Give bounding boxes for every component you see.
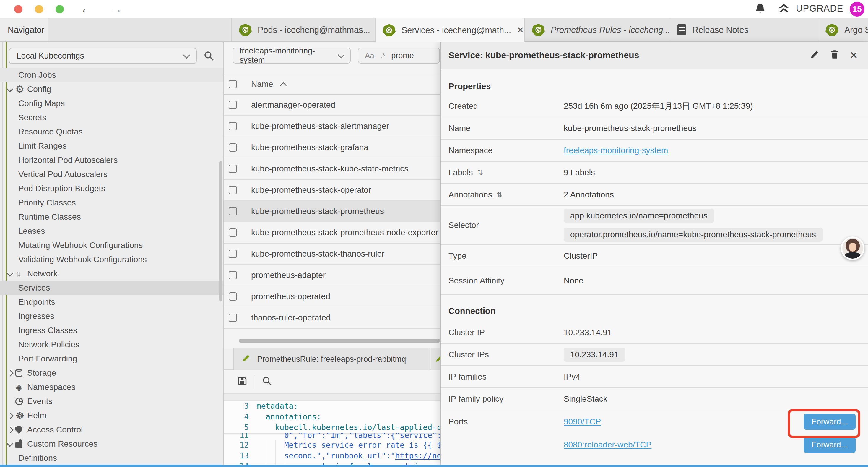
search-icon[interactable] (262, 376, 272, 387)
sidebar-item[interactable]: Ingresses (0, 309, 223, 323)
sort-asc-icon[interactable] (280, 82, 286, 89)
match-case-toggle[interactable]: Aa (365, 51, 374, 60)
app-tab[interactable]: Pods - icecheng@mathmas... ✕ (231, 18, 375, 41)
app-tab[interactable]: Services - icecheng@math... ✕ (375, 18, 525, 42)
app-tab[interactable]: Prometheus Rules - icecheng... ✕ (525, 18, 670, 41)
table-row[interactable]: alertmanager-operated (224, 95, 440, 116)
sidebar-item[interactable]: Leases (0, 224, 223, 238)
row-checkbox[interactable] (229, 207, 237, 215)
sidebar-item[interactable]: Mutating Webhook Configurations (0, 238, 223, 253)
row-checkbox[interactable] (229, 101, 237, 109)
sidebar-item[interactable]: Horizontal Pod Autoscalers (0, 153, 223, 167)
tree-chevron-icon[interactable] (8, 413, 16, 418)
table-row[interactable]: kube-prometheus-stack-alertmanager (224, 116, 440, 137)
sidebar-item[interactable]: Config (0, 82, 223, 96)
row-checkbox[interactable] (229, 122, 237, 130)
sidebar-item[interactable]: Cron Jobs (0, 68, 223, 82)
yaml-editor[interactable]: 3 metadata: 4 annotations: 5 kubectl.kub… (224, 401, 440, 465)
port-link[interactable]: 8080:reloader-web/TCP (564, 440, 651, 449)
search-input[interactable]: Aa .* prome (358, 48, 440, 63)
table-row[interactable]: kube-prometheus-stack-prometheus-node-ex… (224, 222, 440, 243)
sorter-icon[interactable]: ⇅ (496, 191, 502, 199)
editor-tab-partial[interactable] (431, 348, 440, 370)
traffic-light-zoom-icon[interactable] (56, 5, 64, 13)
sidebar-item[interactable]: Endpoints (0, 295, 223, 309)
tree-chevron-icon[interactable] (8, 272, 16, 276)
horizontal-scrollbar[interactable] (239, 339, 440, 343)
forward-button[interactable]: Forward... (804, 437, 856, 453)
sidebar-item[interactable]: Custom Resources (0, 437, 223, 451)
sidebar-scrollbar[interactable] (219, 161, 222, 301)
sidebar-item[interactable]: Priority Classes (0, 196, 223, 210)
notification-badge[interactable]: 15 (850, 2, 864, 17)
detail-value: SingleStack (564, 394, 868, 404)
sidebar-item[interactable]: Limit Ranges (0, 139, 223, 153)
row-checkbox[interactable] (229, 229, 237, 237)
editor-tab[interactable]: PrometheusRule: freeleaps-prod-rabbitmq (234, 348, 430, 370)
sidebar-item[interactable]: Access Control (0, 423, 223, 437)
close-icon[interactable]: ✕ (850, 50, 858, 60)
sidebar-item[interactable]: Services (0, 281, 223, 295)
table-row[interactable]: prometheus-operated (224, 286, 440, 308)
sidebar-item[interactable]: Runtime Classes (0, 210, 223, 224)
kubeconfig-selector[interactable]: Local Kubeconfigs (9, 48, 197, 64)
save-icon[interactable] (236, 375, 248, 388)
section-heading: Properties (441, 69, 868, 95)
app-tab[interactable]: Release Notes ✕ (670, 18, 818, 41)
sidebar-item[interactable]: Events (0, 394, 223, 408)
traffic-light-close-icon[interactable] (14, 5, 23, 13)
avatar[interactable] (841, 236, 864, 260)
search-icon[interactable] (203, 50, 215, 63)
sidebar-item[interactable]: Config Maps (0, 96, 223, 111)
traffic-light-minimize-icon[interactable] (35, 5, 43, 13)
namespace-selector[interactable]: freeleaps-monitoring-system (232, 48, 351, 63)
row-checkbox[interactable] (229, 292, 237, 300)
close-icon[interactable]: ✕ (517, 25, 524, 35)
sidebar-item[interactable]: Pod Disruption Budgets (0, 181, 223, 196)
table-row[interactable]: kube-prometheus-stack-thanos-ruler (224, 243, 440, 265)
sidebar-item[interactable]: Network (0, 267, 223, 281)
sidebar-item[interactable]: Definitions (0, 451, 223, 465)
regex-toggle[interactable]: .* (380, 51, 385, 60)
sorter-icon[interactable]: ⇅ (477, 169, 483, 177)
sidebar-item[interactable]: Validating Webhook Configurations (0, 253, 223, 267)
port-link[interactable]: 9090/TCP (564, 417, 601, 427)
tree-chevron-icon[interactable] (8, 371, 16, 375)
app-tab[interactable]: Argo Se ✕ (818, 18, 868, 41)
sidebar-item[interactable]: Secrets (0, 111, 223, 125)
sidebar-item[interactable]: Storage (0, 366, 223, 380)
bell-icon[interactable] (754, 3, 766, 17)
row-checkbox[interactable] (229, 250, 237, 258)
sidebar-item[interactable]: Resource Quotas (0, 125, 223, 139)
table-row[interactable]: thanos-ruler-operated (224, 308, 440, 329)
search-value: prome (391, 51, 414, 60)
table-row[interactable]: kube-prometheus-stack-prometheus (224, 201, 440, 222)
navigator-panel-tab[interactable]: Navigator (0, 18, 49, 41)
tree-chevron-icon[interactable] (8, 87, 16, 91)
row-checkbox[interactable] (229, 165, 237, 173)
row-checkbox[interactable] (229, 314, 237, 322)
forward-icon[interactable]: → (110, 1, 122, 17)
table-row[interactable]: kube-prometheus-stack-grafana (224, 137, 440, 158)
select-all-checkbox[interactable] (229, 80, 237, 88)
delete-icon[interactable] (830, 50, 840, 61)
sidebar-item[interactable]: Vertical Pod Autoscalers (0, 167, 223, 181)
tree-chevron-icon[interactable] (8, 442, 16, 446)
editor-line: 3 metadata: (224, 401, 440, 411)
sidebar-item[interactable]: Helm (0, 408, 223, 423)
sidebar-item[interactable]: Network Policies (0, 338, 223, 352)
table-row[interactable]: kube-prometheus-stack-kube-state-metrics (224, 158, 440, 180)
row-checkbox[interactable] (229, 271, 237, 279)
table-row[interactable]: kube-prometheus-stack-operator (224, 180, 440, 201)
row-checkbox[interactable] (229, 143, 237, 152)
row-checkbox[interactable] (229, 186, 237, 194)
back-icon[interactable]: ← (80, 1, 93, 17)
sidebar-item[interactable]: Port Forwarding (0, 352, 223, 366)
tree-chevron-icon[interactable] (8, 428, 16, 432)
sidebar-item[interactable]: Namespaces (0, 380, 223, 394)
sidebar-item[interactable]: Ingress Classes (0, 323, 223, 338)
upgrade-button[interactable]: UPGRADE (777, 2, 843, 15)
name-column-header[interactable]: Name (251, 80, 273, 89)
table-row[interactable]: prometheus-adapter (224, 265, 440, 286)
edit-icon[interactable] (809, 50, 819, 61)
